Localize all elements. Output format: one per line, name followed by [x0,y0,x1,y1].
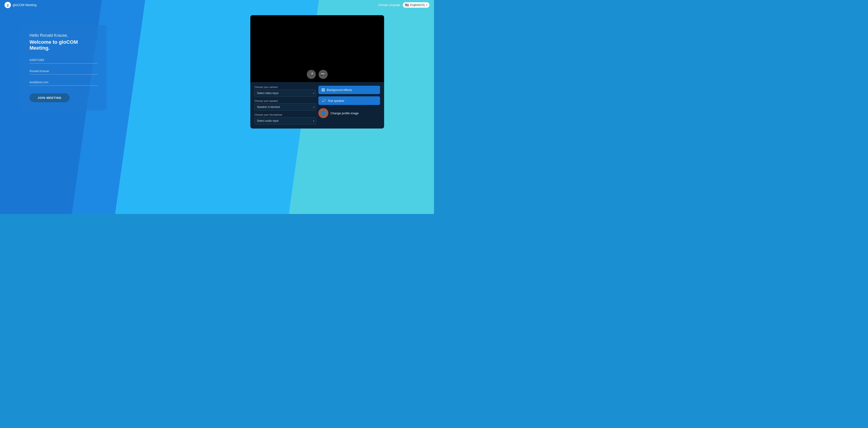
app-title: gloCOM Meeting [13,3,36,7]
join-meeting-button[interactable]: JOIN MEETING [29,93,70,102]
microphone-select[interactable]: Select audio input [254,117,316,125]
microphone-off-icon: 🎤 [309,72,314,77]
background-effects-label: Background effects [327,88,352,92]
language-value: English(US) [410,3,425,7]
microphone-select-wrapper: Select audio input ▾ [254,117,316,125]
camera-select-wrapper: Select video input ▾ [254,90,316,97]
email-input[interactable] [29,80,97,84]
speaker-group: Choose your speaker Speaker is blocked ▾ [254,100,316,111]
change-profile-label: Change profile image [331,111,359,115]
chevron-down-icon: ▾ [426,4,427,6]
camera-group: Choose your camera Select video input ▾ [254,86,316,97]
test-speaker-button[interactable]: 🔊 Test speaker [318,96,380,105]
meeting-id-field [29,58,97,63]
welcome-text: Welcome to gloCOM Meeting. [29,39,97,51]
speaker-label: Choose your speaker [254,100,316,102]
test-speaker-label: Test speaker [328,99,344,102]
speaker-select-wrapper: Speaker is blocked ▾ [254,103,316,111]
video-preview: 🎤 📷 [250,15,384,82]
meeting-id-input[interactable] [29,58,97,62]
background-effects-icon: 🖼 [321,88,325,92]
change-profile-image-button[interactable]: 👤 Change profile image [318,107,380,119]
toggle-camera-button[interactable]: 📷 [318,70,328,79]
settings-area: Choose your camera Select video input ▾ … [250,82,384,129]
video-controls: 🎤 📷 [307,70,328,79]
logo-area: g gloCOM Meeting [4,2,36,8]
change-language-label: Change Language [378,3,400,7]
speaker-select[interactable]: Speaker is blocked [254,103,316,111]
header: g gloCOM Meeting Change Language 🇺🇸 Engl… [0,0,434,10]
right-panel: 🎤 📷 Choose your camera Select video inpu… [250,15,384,129]
camera-select[interactable]: Select video input [254,90,316,97]
greeting-text: Hello Ronald Krause, [29,33,97,38]
speaker-icon: 🔊 [321,99,326,103]
name-field [29,69,97,74]
email-field [29,80,97,86]
background-effects-button[interactable]: 🖼 Background effects [318,86,380,94]
action-buttons: 🖼 Background effects 🔊 Test speaker 👤 Ch… [318,86,380,125]
left-panel: Hello Ronald Krause, Welcome to gloCOM M… [21,25,106,110]
logo-icon: g [4,2,11,8]
avatar-image: 👤 [321,110,326,116]
name-input[interactable] [29,69,97,73]
camera-label: Choose your camera [254,86,316,89]
mute-microphone-button[interactable]: 🎤 [307,70,316,79]
camera-off-icon: 📷 [321,72,326,77]
avatar: 👤 [318,108,328,118]
left-settings: Choose your camera Select video input ▾ … [254,86,316,125]
flag-icon: 🇺🇸 [405,3,409,7]
microphone-group: Choose your microphone Select audio inpu… [254,113,316,125]
header-right: Change Language 🇺🇸 English(US) ▾ [378,2,430,8]
language-selector[interactable]: 🇺🇸 English(US) ▾ [403,2,430,8]
microphone-label: Choose your microphone [254,113,316,116]
